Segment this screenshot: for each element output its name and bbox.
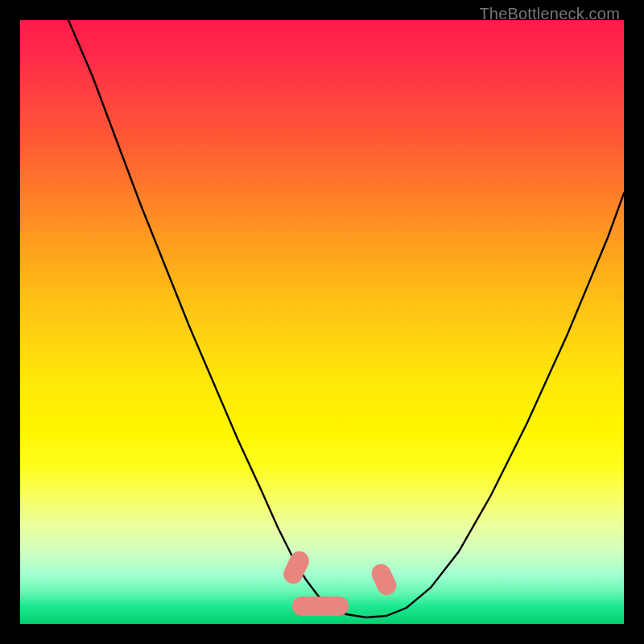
marker-mid-bar <box>292 597 349 616</box>
plot-area <box>20 20 624 624</box>
bottleneck-curve <box>20 20 624 624</box>
watermark-text: TheBottleneck.com <box>479 5 620 23</box>
chart-frame: TheBottleneck.com <box>0 0 644 644</box>
